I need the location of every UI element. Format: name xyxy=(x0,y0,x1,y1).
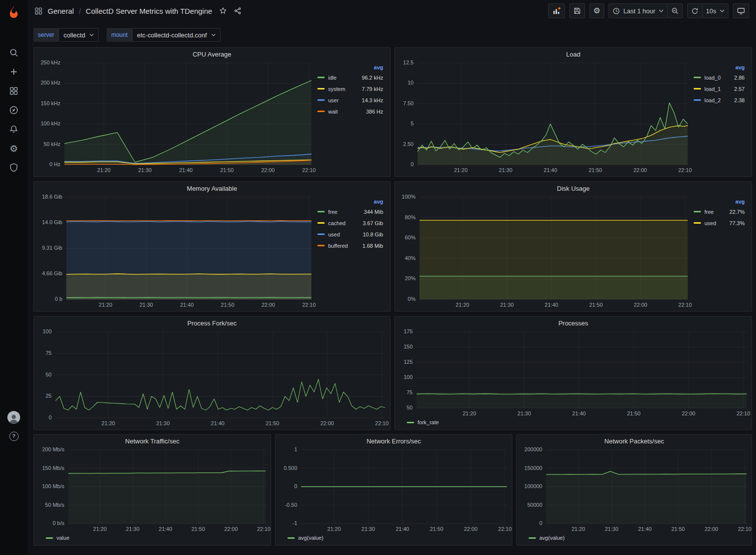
legend-label[interactable]: user xyxy=(328,97,338,103)
legend-label[interactable]: wait xyxy=(328,109,338,115)
search-icon[interactable] xyxy=(5,44,23,61)
y-axis-label: 250 kHz xyxy=(41,59,60,65)
processes-chart[interactable] xyxy=(417,331,747,409)
legend-label[interactable]: load_1 xyxy=(704,86,721,92)
legend-label[interactable]: avg(value) xyxy=(298,535,323,541)
panel-title[interactable]: Network Traffic/sec xyxy=(34,435,271,448)
legend-value: 386 Hz xyxy=(366,109,383,115)
legend-series-color xyxy=(694,211,701,212)
x-axis-label: 21:20 xyxy=(327,526,341,532)
x-axis: 21:2021:3021:4021:5022:0022:10 xyxy=(546,524,747,533)
legend-item: user14.3 kHz xyxy=(316,94,384,106)
x-axis-label: 22:10 xyxy=(302,167,316,173)
y-axis-label: 0 Hz xyxy=(49,161,60,167)
legend-label[interactable]: system xyxy=(328,86,345,92)
legend: avgfree22.7%used77.3% xyxy=(688,197,747,309)
legend-label[interactable]: value xyxy=(56,535,69,541)
legend-label[interactable]: idle xyxy=(328,75,336,81)
dashboards-icon[interactable] xyxy=(5,82,23,100)
legend-series-color xyxy=(317,222,325,224)
legend-label[interactable]: used xyxy=(328,232,340,237)
memory-available-chart[interactable] xyxy=(66,197,311,300)
variable-server-label[interactable]: server xyxy=(33,28,58,42)
legend-value: 3.67 Gib xyxy=(363,220,383,226)
variable-mount-label[interactable]: mount xyxy=(107,28,132,42)
x-axis-label: 21:20 xyxy=(454,167,468,173)
process-fork-chart[interactable] xyxy=(56,331,385,418)
legend-label[interactable]: used xyxy=(704,220,716,226)
legend-label[interactable]: avg(value) xyxy=(539,535,564,541)
legend-item: free344 Mib xyxy=(316,206,384,217)
x-axis-label: 22:00 xyxy=(634,302,647,308)
network-packets-chart[interactable] xyxy=(546,449,747,524)
refresh-interval-label: 10s xyxy=(706,7,716,15)
alerting-bell-icon[interactable] xyxy=(5,120,23,138)
panel-title[interactable]: CPU Average xyxy=(34,48,390,61)
legend-label[interactable]: load_2 xyxy=(704,97,721,103)
legend-label[interactable]: load_0 xyxy=(704,75,721,81)
server-admin-shield-icon[interactable] xyxy=(5,159,23,176)
legend-series-color xyxy=(317,234,325,235)
y-axis-label: 2.50 xyxy=(403,141,414,147)
explore-compass-icon[interactable] xyxy=(5,101,23,119)
panel-title[interactable]: Process Fork/sec xyxy=(34,317,390,330)
network-errors-chart[interactable] xyxy=(301,449,507,524)
panel-title[interactable]: Processes xyxy=(395,317,752,330)
help-icon[interactable]: ? xyxy=(5,427,23,445)
legend-value: 10.8 Gib xyxy=(363,232,383,237)
y-axis-label: 100 Mb/s xyxy=(42,483,64,489)
breadcrumb-folder[interactable]: General xyxy=(48,7,74,15)
legend-label[interactable]: cached xyxy=(328,220,345,226)
legend-label[interactable]: fork_rate xyxy=(418,419,439,425)
panel-title[interactable]: Network Errors/sec xyxy=(276,435,512,448)
y-axis: 02.5057.501012.5 xyxy=(400,62,418,165)
panel-process-fork: Process Fork/sec 0255075100 21:2021:3021… xyxy=(33,316,391,430)
load-chart[interactable] xyxy=(418,62,688,165)
y-axis-label: 80% xyxy=(405,214,416,220)
dashboard-title[interactable]: CollectD Server Metrics with TDengine xyxy=(86,7,212,15)
dashboard-settings-button[interactable]: ⚙ xyxy=(589,3,604,18)
x-axis-label: 21:50 xyxy=(627,410,641,416)
y-axis-label: 50 kHz xyxy=(44,141,60,147)
configuration-gear-icon[interactable]: ⚙ xyxy=(5,140,23,157)
time-range-picker[interactable]: Last 1 hour xyxy=(609,3,668,18)
share-icon[interactable] xyxy=(234,7,242,15)
panel-title[interactable]: Memory Available xyxy=(34,182,390,196)
x-axis: 21:2021:3021:4021:5022:0022:10 xyxy=(66,300,311,309)
tv-mode-button[interactable] xyxy=(733,3,749,18)
save-dashboard-button[interactable] xyxy=(569,3,585,18)
cpu-average-chart[interactable] xyxy=(64,62,311,165)
y-axis-label: 100 kHz xyxy=(41,120,60,126)
user-avatar[interactable] xyxy=(5,409,23,426)
grafana-logo[interactable] xyxy=(5,3,23,21)
x-axis-label: 21:40 xyxy=(395,526,409,532)
panel-title[interactable]: Network Packets/sec xyxy=(517,435,752,448)
legend-header[interactable]: avg xyxy=(693,198,746,206)
legend-item: system7.79 kHz xyxy=(316,83,384,94)
legend-header[interactable]: avg xyxy=(316,63,384,72)
refresh-interval-picker[interactable]: 10s xyxy=(702,3,728,18)
variable-mount-dropdown[interactable]: etc-collectd-collectd.conf xyxy=(132,28,221,42)
panel-title[interactable]: Disk Usage xyxy=(395,182,752,196)
y-axis-label: 60% xyxy=(405,234,416,240)
legend-label[interactable]: free xyxy=(704,209,714,215)
zoom-out-button[interactable] xyxy=(667,3,683,18)
y-axis-label: 0% xyxy=(408,296,416,302)
legend-series-color xyxy=(407,422,414,423)
network-traffic-chart[interactable] xyxy=(68,449,266,524)
create-plus-icon[interactable] xyxy=(5,63,23,81)
y-axis-label: 0 xyxy=(49,414,52,420)
variable-server-dropdown[interactable]: collectd xyxy=(58,28,99,42)
add-panel-button[interactable] xyxy=(548,3,565,18)
refresh-button[interactable] xyxy=(687,3,702,18)
y-axis: 0 Hz50 kHz100 kHz150 kHz200 kHz250 kHz xyxy=(39,62,64,165)
legend-header[interactable]: avg xyxy=(316,198,384,206)
legend-header[interactable]: avg xyxy=(693,63,746,72)
star-icon[interactable] xyxy=(219,7,227,15)
monitor-icon xyxy=(737,7,745,15)
legend-label[interactable]: free xyxy=(328,209,337,215)
disk-usage-chart[interactable] xyxy=(420,197,688,300)
legend: fork_rate xyxy=(400,417,747,427)
panel-title[interactable]: Load xyxy=(395,48,752,61)
legend-label[interactable]: buffered xyxy=(328,243,348,249)
